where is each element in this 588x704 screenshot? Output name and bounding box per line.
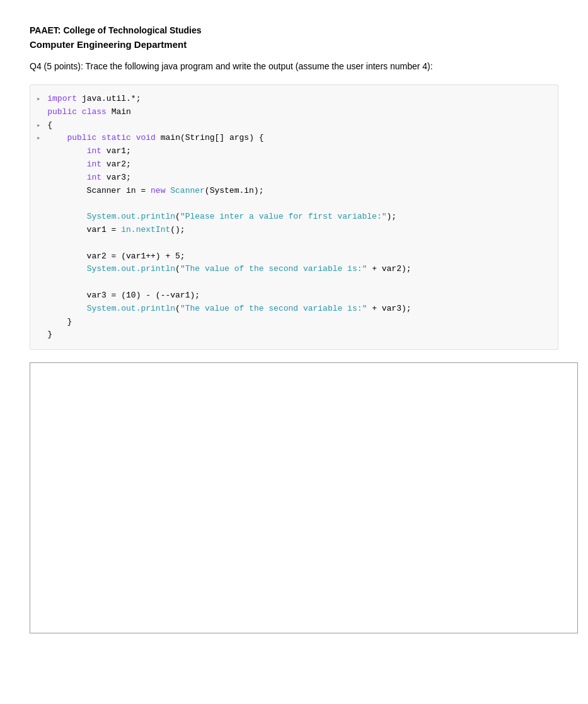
code-text: var2 = (var1++) + 5; [47,250,551,263]
code-text: int var1; [47,145,551,158]
code-line: var3 = (10) - (--var1); [30,289,558,303]
code-line: } [30,328,558,342]
fold-arrow: ▸ [37,94,45,105]
code-line: ▸ public static void main(String[] args)… [30,132,558,145]
code-text: int var2; [47,158,551,171]
code-line: public class Main [30,106,558,119]
code-text: System.out.println("The value of the sec… [47,303,551,316]
fold-arrow [37,277,45,289]
code-text: { [47,119,551,132]
fold-arrow [37,212,45,223]
fold-arrow [37,317,45,328]
code-line [30,197,558,211]
code-line: ▸ import java.util.*; [30,93,558,106]
fold-arrow [37,264,45,275]
fold-arrow: ▸ [37,120,45,132]
code-text: } [47,328,551,342]
code-text: System.out.println("Please inter a value… [47,211,551,224]
code-text: System.out.println("The value of the sec… [47,263,551,276]
fold-arrow [37,238,45,250]
question-text: Q4 (5 points): Trace the following java … [30,60,558,73]
code-text [47,237,551,250]
code-line [30,237,558,250]
code-text: public static void main(String[] args) { [47,132,551,145]
fold-arrow [37,251,45,263]
code-line: } [30,316,558,329]
fold-arrow [37,304,45,315]
code-text: int var3; [47,171,551,185]
code-text: } [47,316,551,329]
code-line [30,276,558,289]
code-line: Scanner in = new Scanner(System.in); [30,185,558,198]
code-line: System.out.println("The value of the sec… [30,263,558,276]
code-line: int var1; [30,145,558,158]
fold-arrow [37,159,45,171]
code-line: int var3; [30,171,558,185]
answer-box[interactable] [30,362,578,633]
code-block: ▸ import java.util.*; public class Main▸… [30,84,558,350]
fold-arrow [37,225,45,236]
code-text: public class Main [47,106,551,119]
department-name: Computer Engineering Department [30,39,558,50]
code-line: System.out.println("Please inter a value… [30,211,558,224]
code-text: var3 = (10) - (--var1); [47,289,551,303]
institution-name: PAAET: College of Technological Studies [30,25,558,35]
code-line: ▸ { [30,119,558,132]
fold-arrow [37,186,45,197]
fold-arrow: ▸ [37,133,45,144]
code-text [47,197,551,211]
code-line: System.out.println("The value of the sec… [30,303,558,316]
code-line: int var2; [30,158,558,171]
code-line: var1 = in.nextInt(); [30,224,558,237]
fold-arrow [37,173,45,184]
fold-arrow [37,146,45,158]
fold-arrow [37,330,45,341]
code-text: Scanner in = new Scanner(System.in); [47,185,551,198]
code-text: import java.util.*; [47,93,551,106]
code-text [47,276,551,289]
code-text: var1 = in.nextInt(); [47,224,551,237]
fold-arrow [37,107,45,118]
code-line: var2 = (var1++) + 5; [30,250,558,263]
fold-arrow [37,291,45,302]
fold-arrow [37,199,45,210]
